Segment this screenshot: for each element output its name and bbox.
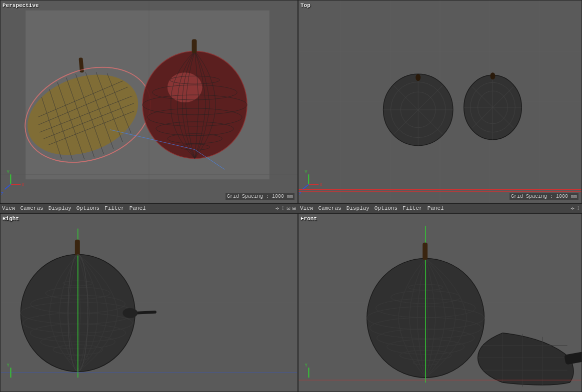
toolbar-filter-left[interactable]: Filter <box>104 205 124 211</box>
perspective-canvas: X Y Z <box>0 0 298 203</box>
toolbar-icons-right: ✛ ↕ <box>571 205 580 212</box>
viewport-top[interactable]: Top <box>298 0 582 203</box>
svg-text:Y: Y <box>7 363 10 368</box>
toolbar-view-left[interactable]: View <box>2 205 15 211</box>
toolbar-options-left[interactable]: Options <box>76 205 100 211</box>
move-icon-right[interactable]: ✛ <box>571 205 574 212</box>
svg-text:X: X <box>320 183 322 188</box>
toolbar-cameras-right[interactable]: Cameras <box>318 205 341 211</box>
svg-point-21 <box>142 51 247 158</box>
perspective-label: Perspective <box>2 2 39 8</box>
right-label: Right <box>2 216 19 222</box>
svg-line-99 <box>135 312 155 313</box>
toolbar-options-right[interactable]: Options <box>374 205 398 211</box>
svg-text:Y: Y <box>6 170 10 175</box>
toolbar-panel-left[interactable]: Panel <box>130 205 146 211</box>
top-grid-spacing: Grid Spacing : 1000 mm <box>510 193 578 200</box>
toolbar-filter-right[interactable]: Filter <box>402 205 422 211</box>
toolbar-view-right[interactable]: View <box>300 205 313 211</box>
perspective-grid-spacing: Grid Spacing : 1000 mm <box>226 193 294 200</box>
front-canvas: Y <box>298 214 582 392</box>
toolbar-bottom-right: View Cameras Display Options Filter Pane… <box>298 203 582 213</box>
svg-point-63 <box>416 74 420 81</box>
svg-text:Z: Z <box>0 192 4 197</box>
svg-text:Y: Y <box>305 363 308 368</box>
viewport-front[interactable]: Front <box>298 213 582 392</box>
svg-point-100 <box>122 308 138 318</box>
settings-icon-left[interactable]: ⊞ <box>292 205 296 212</box>
svg-text:Y: Y <box>304 170 308 175</box>
svg-point-72 <box>490 72 496 79</box>
toolbar-display-left[interactable]: Display <box>48 205 72 211</box>
toolbar-icons-left: ✛ ↕ ⊡ ⊞ <box>276 205 296 212</box>
toolbar-display-right[interactable]: Display <box>346 205 370 211</box>
svg-rect-120 <box>422 243 428 260</box>
move-icon-left[interactable]: ✛ <box>276 205 279 212</box>
toolbar-bottom-left: View Cameras Display Options Filter Pane… <box>0 203 298 213</box>
front-label: Front <box>300 216 317 222</box>
svg-text:X: X <box>22 183 24 188</box>
viewport-perspective[interactable]: Perspective <box>0 0 298 203</box>
viewport-grid: Perspective <box>0 0 582 392</box>
svg-rect-31 <box>192 39 197 53</box>
svg-text:Z: Z <box>298 192 302 197</box>
maximize-icon-left[interactable]: ⊡ <box>287 205 290 212</box>
up-down-icon-right[interactable]: ↕ <box>576 205 580 212</box>
toolbar-panel-right[interactable]: Panel <box>428 205 444 211</box>
top-label: Top <box>300 2 310 8</box>
right-canvas: Y <box>0 214 298 392</box>
up-down-icon-left[interactable]: ↕ <box>281 205 284 212</box>
toolbar-cameras-left[interactable]: Cameras <box>20 205 43 211</box>
viewport-right[interactable]: Right <box>0 213 298 392</box>
svg-rect-97 <box>75 240 80 256</box>
top-canvas: X Y Z <box>298 0 582 203</box>
